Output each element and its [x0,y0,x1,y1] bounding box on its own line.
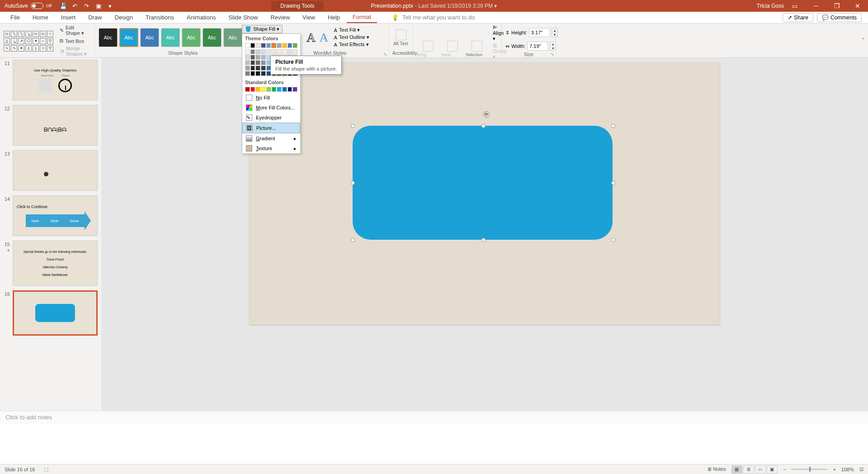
theme-shade[interactable] [261,71,266,76]
theme-shade[interactable] [261,60,266,65]
standard-color-4[interactable] [266,87,271,92]
tab-animations[interactable]: Animations [181,12,222,23]
slide-canvas[interactable]: ⟳ [250,62,720,325]
theme-shade[interactable] [292,49,297,54]
style-swatch-3[interactable]: Abc [161,28,180,47]
ribbon-display-icon[interactable]: ▭ [791,2,798,9]
width-input[interactable] [527,42,548,51]
tab-file[interactable]: File [5,12,26,23]
thumb-14[interactable]: Click to Continue NextSlideShow [13,195,98,236]
zoom-in-button[interactable]: + [833,467,835,472]
standard-color-8[interactable] [288,87,292,92]
gradient-item[interactable]: Gradient▸ [242,133,300,143]
standard-color-7[interactable] [282,87,287,92]
theme-shade[interactable] [250,71,255,76]
standard-color-1[interactable] [250,87,255,92]
size-launcher[interactable]: ⤡ [551,52,554,57]
theme-shade[interactable] [261,49,266,54]
sel-handle-mr[interactable] [611,181,615,185]
redo-icon[interactable]: ↷ [83,2,90,9]
theme-color-9[interactable] [292,43,297,48]
standard-color-6[interactable] [277,87,282,92]
edit-shape-button[interactable]: ✎Edit Shape ▾ [58,24,91,37]
theme-shade[interactable] [245,66,250,71]
wordart-gallery[interactable]: A A [307,30,328,45]
tab-transitions[interactable]: Transitions [140,12,180,23]
no-fill-item[interactable]: NNo Fillo Fill [242,93,300,103]
text-fill-button[interactable]: AText Fill ▾ [334,27,369,33]
theme-shade[interactable] [245,49,250,54]
restore-icon[interactable]: ❐ [826,0,847,12]
shape-fill-button[interactable]: 🪣 Shape Fill ▾ [242,25,283,33]
tab-slideshow[interactable]: Slide Show [222,12,264,23]
theme-shade[interactable] [250,66,255,71]
picture-item[interactable]: 🖼Picture... [242,123,300,133]
tab-review[interactable]: Review [264,12,296,23]
theme-shade[interactable] [255,71,260,76]
thumb-12[interactable]: ᗷᑎᗩ|ᗷᗩ [13,105,98,146]
minimize-icon[interactable]: ─ [806,0,826,12]
thumb-13[interactable] [13,150,98,191]
slide-thumbnails[interactable]: 11 Use High-Quality Graphics View PointO… [0,58,101,411]
eyedropper-item[interactable]: ✎Eyedropper [242,113,300,123]
style-swatch-0[interactable]: Abc [99,28,118,47]
sel-handle-tm[interactable] [481,124,486,128]
normal-view-icon[interactable]: ▦ [731,465,742,474]
start-from-beginning-icon[interactable]: ▣ [95,2,102,9]
slideshow-view-icon[interactable]: ▣ [767,465,778,474]
theme-shade[interactable] [266,49,271,54]
theme-color-8[interactable] [288,43,292,48]
theme-shade[interactable] [245,71,250,76]
wordart-launcher[interactable]: ⤡ [383,52,387,57]
more-colors-item[interactable]: More Fill Colors... [242,103,300,113]
sel-handle-bl[interactable] [351,238,355,242]
style-swatch-6[interactable]: Abc [223,28,242,47]
slide-editor[interactable]: ⟳ [101,58,868,411]
standard-color-3[interactable] [261,87,266,92]
undo-icon[interactable]: ↶ [71,2,79,9]
sorter-view-icon[interactable]: ⊞ [743,465,754,474]
standard-color-5[interactable] [272,87,277,92]
spell-check-icon[interactable]: ⬚ [44,466,48,472]
theme-shade[interactable] [272,49,277,54]
tab-format[interactable]: Format [347,12,377,23]
thumb-16[interactable] [13,290,98,336]
text-box-button[interactable]: ⧉Text Box [58,38,91,44]
theme-shade[interactable] [245,60,250,65]
style-swatch-2[interactable]: Abc [140,28,159,47]
height-spinner[interactable]: ▲▼ [552,28,558,37]
notes-pane[interactable]: Click to add notes [0,411,868,424]
tab-insert[interactable]: Insert [55,12,82,23]
rotate-handle[interactable]: ⟳ [483,111,490,118]
theme-color-7[interactable] [282,43,287,48]
tab-help[interactable]: Help [322,12,346,23]
theme-shade[interactable] [288,49,292,54]
style-swatch-5[interactable]: Abc [203,28,222,47]
theme-shade[interactable] [250,55,255,60]
standard-color-2[interactable] [255,87,260,92]
tell-me-search[interactable]: 💡 Tell me what you want to do [392,14,475,21]
zoom-percent[interactable]: 108% [841,467,854,472]
qat-more-icon[interactable]: ▾ [107,2,114,9]
theme-shade[interactable] [261,55,266,60]
thumb-11[interactable]: Use High-Quality Graphics View PointObje… [13,60,98,100]
theme-color-4[interactable] [266,43,271,48]
reading-view-icon[interactable]: ▭ [755,465,766,474]
text-outline-button[interactable]: AText Outline ▾ [334,34,369,40]
share-button[interactable]: ↗ Share [783,13,813,22]
alt-text-button[interactable]: Alt Text [392,29,409,46]
close-icon[interactable]: ✕ [847,0,868,12]
shape-styles-gallery[interactable]: AbcAbcAbcAbcAbcAbcAbc [99,28,242,47]
sel-handle-tr[interactable] [611,124,615,128]
user-name[interactable]: Tricia Goss [757,3,784,9]
text-effects-button[interactable]: AText Effects ▾ [334,42,369,47]
theme-shade[interactable] [277,49,282,54]
theme-color-5[interactable] [271,43,276,48]
tab-home[interactable]: Home [27,12,54,23]
zoom-out-button[interactable]: − [783,467,786,472]
height-input[interactable] [529,28,550,37]
style-swatch-4[interactable]: Abc [182,28,201,47]
style-swatch-1[interactable]: Abc [119,28,138,47]
texture-item[interactable]: Texture▸ [242,143,300,153]
standard-color-9[interactable] [292,87,297,92]
